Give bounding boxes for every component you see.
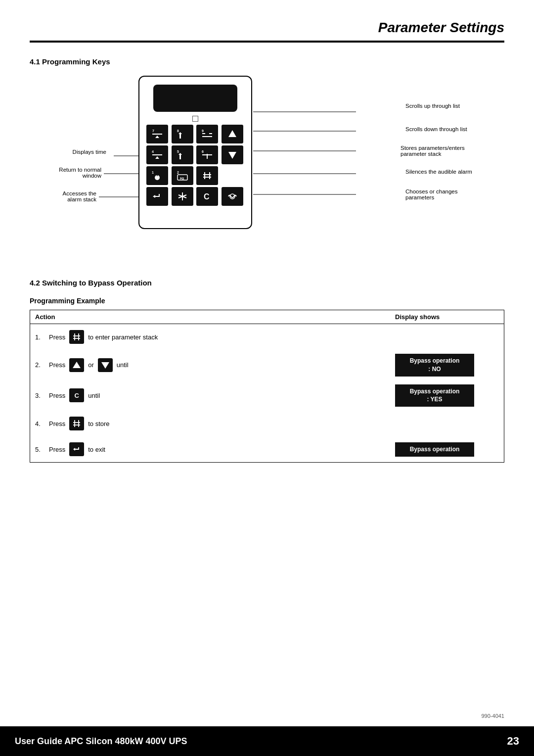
svg-rect-7 bbox=[202, 136, 212, 137]
row5-key-enter bbox=[69, 442, 84, 456]
key-5: 5 bbox=[172, 145, 193, 164]
row2-action-text: until bbox=[117, 361, 129, 369]
footer-title: User Guide APC Silcon 480kW 400V UPS bbox=[15, 736, 187, 747]
keypad-diagram: 7 8 9 bbox=[30, 76, 504, 264]
table-row: 3. Press C until Bypass operation : YES bbox=[30, 380, 504, 411]
table-header: Action Display shows bbox=[30, 310, 504, 324]
key-1: 1 bbox=[146, 166, 168, 185]
keypad-indicator bbox=[192, 116, 198, 122]
ann-accesses-alarm: Accesses thealarm stack bbox=[30, 190, 96, 202]
row5-press: Press bbox=[49, 446, 65, 453]
svg-marker-5 bbox=[178, 132, 182, 134]
svg-rect-8 bbox=[202, 133, 205, 134]
keypad-device: 7 8 9 bbox=[138, 76, 252, 229]
key-9: 9 bbox=[196, 125, 218, 143]
svg-rect-19 bbox=[207, 154, 208, 159]
ann-silences-alarm: Silences the audible alarm bbox=[405, 169, 504, 175]
svg-marker-31 bbox=[153, 195, 155, 198]
display-badge-yes: Bypass operation : YES bbox=[395, 384, 474, 407]
table-row: 4. Press to store bbox=[30, 411, 504, 436]
section-42-header: 4.2 Switching to Bypass Operation bbox=[30, 279, 504, 287]
svg-text:1: 1 bbox=[152, 171, 154, 174]
svg-text:5: 5 bbox=[177, 150, 179, 153]
display-badge-no: Bypass operation : NO bbox=[395, 354, 474, 377]
programming-table: Action Display shows 1. Press bbox=[30, 310, 504, 463]
action-cell-4: 4. Press to store bbox=[35, 417, 390, 430]
table-row: 5. Press to exit Bypass operation bbox=[30, 436, 504, 462]
row4-key-hash bbox=[69, 417, 84, 430]
key-enter bbox=[146, 187, 168, 206]
svg-text:4: 4 bbox=[152, 150, 154, 153]
part-number: 990-4041 bbox=[482, 713, 505, 719]
key-8: 8 bbox=[172, 125, 193, 143]
col-action-header: Action bbox=[35, 313, 390, 321]
row4-num: 4. bbox=[35, 420, 45, 427]
row3-action-text: until bbox=[88, 392, 100, 399]
row3-key-c: C bbox=[69, 388, 84, 402]
svg-text:6: 6 bbox=[202, 150, 204, 153]
key-c: C bbox=[196, 187, 218, 206]
svg-text:Hz: Hz bbox=[180, 177, 184, 180]
row1-press: Press bbox=[49, 333, 65, 341]
programming-example-header: Programming Example bbox=[30, 297, 504, 305]
page-title: Parameter Settings bbox=[30, 0, 504, 41]
svg-marker-54 bbox=[73, 362, 81, 368]
key-6: 6 bbox=[196, 145, 218, 164]
key-alarm bbox=[222, 187, 243, 206]
svg-marker-10 bbox=[228, 130, 236, 137]
svg-rect-9 bbox=[209, 133, 212, 134]
key-arrow-down bbox=[222, 145, 243, 164]
row4-action-text: to store bbox=[88, 420, 109, 427]
ann-return-normal: Return to normalwindow bbox=[30, 167, 101, 179]
row1-action-text: to enter parameter stack bbox=[88, 333, 158, 341]
row1-key-hash bbox=[69, 330, 84, 344]
row2-key-down bbox=[98, 358, 113, 372]
page-container: Parameter Settings 4.1 Programming Keys … bbox=[0, 0, 534, 756]
key-2: 2 Hz bbox=[172, 166, 193, 185]
key-arrow-up bbox=[222, 125, 243, 143]
table-row: 2. Press or until bbox=[30, 350, 504, 380]
row5-action-text: to exit bbox=[88, 446, 105, 453]
display-badge-bypass: Bypass operation bbox=[395, 442, 474, 457]
row5-num: 5. bbox=[35, 446, 45, 453]
footer: User Guide APC Silcon 480kW 400V UPS 23 bbox=[0, 726, 534, 756]
keypad-screen bbox=[153, 85, 237, 112]
row3-press: Press bbox=[49, 392, 65, 399]
key-7: 7 bbox=[146, 125, 168, 143]
display-cell-2: Bypass operation : NO bbox=[390, 354, 499, 377]
ann-displays-time: Displays time bbox=[30, 149, 106, 155]
ann-scrolls-down: Scrolls down through list bbox=[405, 126, 504, 132]
row1-num: 1. bbox=[35, 333, 45, 341]
row2-num: 2. bbox=[35, 361, 45, 369]
svg-marker-60 bbox=[73, 448, 75, 451]
row4-press: Press bbox=[49, 420, 65, 427]
action-cell-3: 3. Press C until bbox=[35, 388, 390, 402]
svg-marker-13 bbox=[155, 156, 159, 159]
svg-text:7: 7 bbox=[152, 129, 154, 133]
key-hash bbox=[196, 166, 218, 185]
section-42: 4.2 Switching to Bypass Operation Progra… bbox=[30, 279, 504, 463]
action-cell-2: 2. Press or until bbox=[35, 358, 390, 372]
ann-chooses-changes: Chooses or changesparameters bbox=[405, 189, 504, 200]
title-rule bbox=[30, 41, 504, 43]
svg-text:2: 2 bbox=[177, 171, 179, 174]
section-41-header: 4.1 Programming Keys bbox=[30, 57, 504, 66]
svg-text:C: C bbox=[204, 192, 210, 201]
svg-marker-2 bbox=[155, 136, 159, 138]
svg-rect-1 bbox=[152, 134, 162, 135]
col-display-header: Display shows bbox=[390, 313, 499, 321]
display-cell-3: Bypass operation : YES bbox=[390, 384, 499, 407]
key-star bbox=[172, 187, 193, 206]
svg-marker-20 bbox=[228, 152, 236, 159]
ann-scrolls-up: Scrolls up through list bbox=[405, 103, 504, 109]
svg-marker-55 bbox=[101, 362, 109, 369]
key-4: 4 bbox=[146, 145, 168, 164]
row2-press: Press bbox=[49, 361, 65, 369]
display-cell-5: Bypass operation bbox=[390, 442, 499, 457]
keypad-grid: 7 8 9 bbox=[144, 125, 246, 206]
svg-text:8: 8 bbox=[177, 129, 179, 133]
table-row: 1. Press to enter parameter stack bbox=[30, 324, 504, 350]
footer-page: 23 bbox=[507, 735, 519, 748]
row2-key-up bbox=[69, 358, 84, 372]
row3-num: 3. bbox=[35, 392, 45, 399]
